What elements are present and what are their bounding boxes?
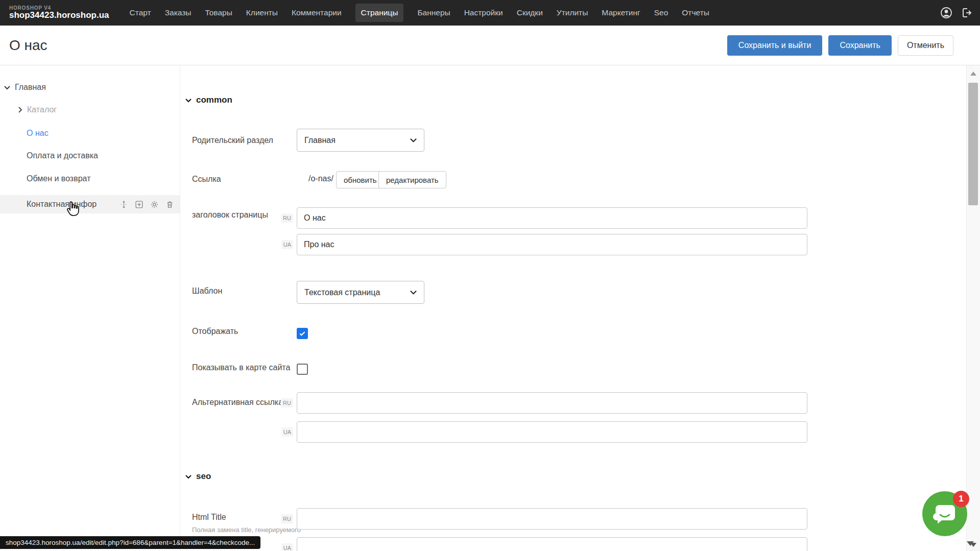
link-label: Ссылка [192, 175, 221, 184]
parent-section-label: Родительский раздел [192, 136, 273, 145]
html-title-hint: Полная замена title, генерируемого [192, 526, 301, 534]
section-title: seo [196, 471, 211, 482]
parent-section-select[interactable]: Главная [297, 129, 424, 152]
add-page-icon[interactable] [135, 200, 144, 209]
lang-badge-ru: RU [281, 213, 293, 223]
delete-trash-icon[interactable] [165, 200, 174, 209]
sitemap-label: Показывать в карте сайта [192, 363, 290, 372]
sidebar-item-katalog[interactable]: Каталог [18, 104, 57, 116]
sidebar-item-kontaktnaya[interactable]: Контактная инфор [27, 198, 97, 210]
chat-unread-badge: 1 [953, 491, 969, 507]
nav-item-settings[interactable]: Настройки [464, 8, 503, 17]
link-update-button[interactable]: обновить [336, 171, 385, 188]
page-edit-form: common Родительский раздел Главная Ссылк… [181, 65, 966, 551]
section-seo-header[interactable]: seo [185, 471, 211, 482]
select-value: Главная [304, 136, 336, 145]
nav-item-start[interactable]: Старт [130, 8, 151, 17]
scroll-up-arrow[interactable] [970, 71, 976, 76]
nav-item-discounts[interactable]: Скидки [517, 8, 543, 17]
nav-item-marketing[interactable]: Маркетинг [602, 8, 640, 17]
sidebar-item-label: Главная [15, 83, 46, 92]
brand-domain: shop34423.horoshop.ua [9, 11, 109, 20]
html-title-ua-input[interactable] [297, 537, 807, 551]
display-checkbox[interactable] [297, 328, 308, 339]
chevron-down-icon [410, 290, 417, 295]
page-title-ru-row: RU [297, 207, 807, 229]
nav-item-comments[interactable]: Комментарии [292, 8, 342, 17]
tree-row-action-icons [119, 200, 174, 209]
alt-link-ru-row: RU [297, 392, 807, 414]
html-title-ru-row: RU [297, 508, 807, 530]
page-header: О нас Сохранить и выйти Сохранить Отмени… [0, 26, 980, 65]
template-label: Шаблон [192, 286, 222, 296]
page-title-ua-row: UA [297, 234, 807, 255]
link-edit-button[interactable]: редактировать [378, 171, 446, 188]
save-and-exit-button[interactable]: Сохранить и выйти [727, 35, 823, 56]
check-icon [298, 329, 306, 338]
main-menu: Старт Заказы Товары Клиенты Комментарии … [130, 4, 709, 22]
chevron-down-icon [185, 98, 192, 103]
lang-badge-ru: RU [281, 514, 293, 523]
browser-status-url: shop34423.horoshop.ua/edit/edit.php?id=6… [0, 536, 260, 549]
nav-item-reports[interactable]: Отчеты [682, 8, 709, 17]
alt-link-ua-input[interactable] [297, 421, 807, 443]
cancel-button[interactable]: Отменить [898, 35, 953, 56]
section-title: common [196, 95, 232, 105]
lang-badge-ua: UA [281, 240, 293, 249]
sidebar-item-label: Обмен и возврат [27, 174, 90, 183]
nav-item-orders[interactable]: Заказы [165, 8, 192, 17]
html-title-ru-input[interactable] [297, 508, 807, 530]
nav-item-products[interactable]: Товары [205, 8, 232, 17]
top-navigation-bar: HOROSHOP V4 shop34423.horoshop.ua Старт … [0, 0, 980, 26]
nav-item-pages[interactable]: Страницы [355, 4, 404, 22]
sidebar-item-oplata[interactable]: Оплата и доставка [27, 150, 98, 162]
page-title-ru-input[interactable] [297, 207, 807, 229]
move-icon[interactable] [119, 200, 128, 209]
chevron-right-icon [18, 107, 22, 113]
chevron-down-icon [410, 138, 417, 142]
page-title-label: заголовок страницы [192, 210, 268, 220]
alt-link-ru-input[interactable] [297, 392, 807, 414]
nav-right-icons [940, 7, 973, 19]
nav-item-clients[interactable]: Клиенты [246, 8, 278, 17]
sidebar-item-label: Оплата и доставка [27, 151, 98, 160]
sidebar-item-label: Контактная инфор [27, 200, 97, 209]
brand-logo[interactable]: HOROSHOP V4 shop34423.horoshop.ua [9, 5, 109, 20]
sidebar-item-label: Каталог [27, 105, 57, 114]
html-title-label: Html Title [192, 513, 226, 522]
chevron-down-icon [185, 474, 192, 479]
vertical-scrollbar[interactable] [966, 65, 980, 551]
logout-icon[interactable] [961, 7, 973, 19]
sitemap-checkbox[interactable] [297, 364, 308, 375]
lang-badge-ua: UA [281, 543, 293, 551]
user-account-icon[interactable] [940, 7, 952, 19]
nav-item-seo[interactable]: Seo [654, 8, 668, 17]
save-button[interactable]: Сохранить [828, 35, 892, 56]
section-common-header[interactable]: common [185, 95, 232, 105]
nav-item-banners[interactable]: Баннеры [417, 8, 450, 17]
template-select[interactable]: Текстовая страница [297, 281, 424, 304]
settings-gear-icon[interactable] [150, 200, 159, 209]
page-title-ua-input[interactable] [297, 234, 807, 255]
header-actions: Сохранить и выйти Сохранить Отменить [727, 35, 953, 56]
pages-tree-sidebar: Главная Каталог О нас Оплата и доставка … [0, 65, 180, 551]
sidebar-item-glavnaya[interactable]: Главная [4, 81, 46, 93]
nav-item-utilities[interactable]: Утилиты [557, 8, 588, 17]
alt-link-label: Альтернативная ссылка [192, 398, 283, 407]
lang-badge-ua: UA [281, 427, 293, 437]
chevron-down-icon [4, 85, 10, 90]
sidebar-item-o-nas[interactable]: О нас [27, 127, 49, 139]
alt-link-ua-row: UA [297, 421, 807, 443]
chat-bubble-icon [933, 502, 957, 525]
sidebar-item-obmen[interactable]: Обмен и возврат [27, 173, 90, 185]
link-url-value: /o-nas/ [308, 174, 333, 183]
html-title-ua-row: UA [297, 537, 807, 551]
display-label: Отображать [192, 327, 238, 336]
lang-badge-ru: RU [281, 398, 293, 408]
scrollbar-thumb[interactable] [968, 83, 978, 205]
page-title: О нас [9, 37, 47, 54]
select-value: Текстовая страница [304, 288, 380, 297]
scroll-bottom-arrow[interactable] [967, 541, 974, 546]
sidebar-item-label: О нас [27, 129, 49, 138]
